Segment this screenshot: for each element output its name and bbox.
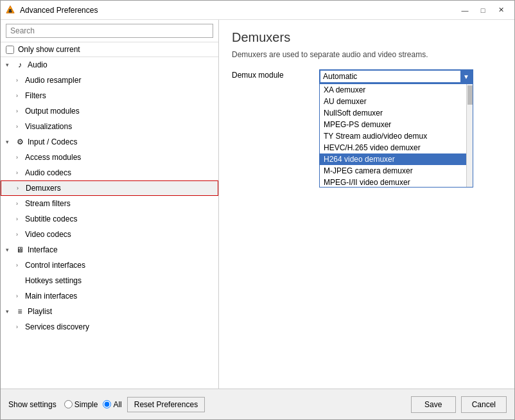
minimize-button[interactable]: — (457, 4, 473, 17)
radio-simple-text: Simple (74, 400, 98, 409)
dropdown-option-mpeg-ps[interactable]: MPEG-PS demuxer (320, 119, 466, 130)
dropdown-list-container: XA demuxer AU demuxer NullSoft demuxer M… (319, 83, 473, 188)
expand-arrow-demuxers: › (17, 185, 26, 191)
sidebar-item-video-codecs[interactable]: › Video codecs (1, 227, 218, 242)
sidebar-label-input-codecs: Input / Codecs (28, 137, 77, 146)
close-button[interactable]: ✕ (493, 4, 509, 17)
panel-title: Demuxers (232, 30, 502, 45)
sidebar-label-control-interfaces: Control interfaces (25, 261, 85, 270)
expand-arrow-audio: ▾ (6, 62, 15, 68)
dropdown-scrollbar-thumb (467, 85, 473, 105)
sidebar-label-playlist: Playlist (28, 307, 52, 316)
cancel-button[interactable]: Cancel (461, 396, 507, 413)
sidebar-label-audio-resampler: Audio resampler (25, 76, 81, 85)
sidebar-item-audio-codecs[interactable]: › Audio codecs (1, 165, 218, 180)
expand-arrow-services: › (16, 324, 25, 330)
dropdown-option-mpeg-i[interactable]: MPEG-I/II video demuxer (320, 177, 466, 187)
content-area: Only show current ▾ ♪ Audio › Audio resa… (1, 20, 514, 389)
radio-all-text: All (113, 400, 121, 409)
sidebar-item-hotkeys-settings[interactable]: › Hotkeys settings (1, 273, 218, 288)
codecs-icon: ⚙ (15, 137, 25, 147)
expand-arrow-access-modules: › (16, 154, 25, 161)
sidebar-item-audio-resampler[interactable]: › Audio resampler (1, 73, 218, 88)
tree-container: ▾ ♪ Audio › Audio resampler › Filters › … (1, 57, 218, 389)
bottom-right: Save Cancel (411, 396, 507, 413)
sidebar-label-hotkeys: Hotkeys settings (25, 276, 82, 285)
sidebar-label-services-discovery: Services discovery (25, 322, 89, 331)
expand-arrow-main-interfaces: › (16, 293, 25, 299)
dropdown-option-nullsoft[interactable]: NullSoft demuxer (320, 107, 466, 119)
expand-arrow-audio-resampler: › (16, 77, 25, 83)
expand-arrow-control-interfaces: › (16, 262, 25, 268)
maximize-button[interactable]: □ (475, 4, 491, 17)
expand-arrow-video-codecs: › (16, 231, 25, 238)
radio-simple-label: Simple (64, 400, 98, 409)
svg-rect-2 (9, 9, 12, 12)
show-settings-label: Show settings (8, 400, 57, 409)
vlc-icon (6, 5, 16, 15)
title-bar-controls: — □ ✕ (457, 4, 509, 17)
dropdown-scrollbar (466, 84, 473, 187)
expand-arrow-output-modules: › (16, 108, 25, 114)
title-bar: Advanced Preferences — □ ✕ (1, 1, 514, 20)
expand-arrow-filters: › (16, 92, 25, 99)
sidebar-label-interface: Interface (28, 245, 58, 254)
search-input[interactable] (6, 24, 213, 38)
sidebar-item-input-codecs[interactable]: ▾ ⚙ Input / Codecs (1, 134, 218, 150)
sidebar-label-stream-filters: Stream filters (25, 199, 71, 208)
sidebar-item-access-modules[interactable]: › Access modules (1, 150, 218, 165)
only-show-current-checkbox[interactable] (6, 46, 14, 54)
form-row-demux-module: Demux module Automatic ▼ XA demuxer AU d… (232, 69, 502, 83)
only-show-current-label: Only show current (18, 45, 80, 54)
audio-icon: ♪ (15, 60, 25, 70)
search-box (1, 20, 218, 42)
sidebar-label-main-interfaces: Main interfaces (25, 292, 77, 301)
interface-icon: 🖥 (15, 245, 25, 255)
reset-preferences-button[interactable]: Reset Preferences (127, 397, 205, 412)
dropdown-option-mjpeg[interactable]: M-JPEG camera demuxer (320, 165, 466, 177)
sidebar-item-services-discovery[interactable]: › Services discovery (1, 319, 218, 335)
dropdown-option-au[interactable]: AU demuxer (320, 96, 466, 107)
demux-dropdown-wrapper: Automatic ▼ XA demuxer AU demuxer NullSo… (319, 69, 473, 83)
sidebar-item-filters[interactable]: › Filters (1, 88, 218, 103)
sidebar-label-demuxers: Demuxers (26, 184, 61, 193)
sidebar-item-audio[interactable]: ▾ ♪ Audio (1, 57, 218, 73)
sidebar-label-subtitle-codecs: Subtitle codecs (25, 214, 77, 223)
sidebar-label-audio: Audio (28, 60, 48, 69)
playlist-icon: ≡ (15, 306, 25, 317)
panel-description: Demuxers are used to separate audio and … (232, 50, 502, 59)
expand-arrow-visualizations: › (16, 123, 25, 130)
dropdown-option-ty[interactable]: TY Stream audio/video demux (320, 130, 466, 142)
sidebar-item-demuxers[interactable]: › Demuxers (1, 180, 218, 196)
radio-group: Simple All (64, 400, 122, 409)
title-bar-title: Advanced Preferences (20, 6, 457, 15)
sidebar-label-access-modules: Access modules (25, 153, 81, 162)
sidebar-label-output-modules: Output modules (25, 107, 80, 116)
dropdown-option-hevc[interactable]: HEVC/H.265 video demuxer (320, 142, 466, 153)
dropdown-arrow-icon[interactable]: ▼ (460, 71, 472, 82)
save-button[interactable]: Save (411, 396, 456, 413)
sidebar-item-main-interfaces[interactable]: › Main interfaces (1, 288, 218, 304)
sidebar-item-interface[interactable]: ▾ 🖥 Interface (1, 242, 218, 258)
sidebar-item-stream-filters[interactable]: › Stream filters (1, 196, 218, 211)
radio-all[interactable] (103, 400, 111, 408)
dropdown-option-xa[interactable]: XA demuxer (320, 84, 466, 96)
bottom-bar: Show settings Simple All Reset Preferenc… (1, 389, 514, 419)
radio-all-label: All (103, 400, 121, 409)
sidebar-label-video-codecs: Video codecs (25, 230, 71, 239)
form-label-demux: Demux module (232, 69, 309, 80)
only-show-current-row: Only show current (1, 42, 218, 57)
sidebar-label-visualizations: Visualizations (25, 122, 72, 131)
main-window: Advanced Preferences — □ ✕ Only show cur… (0, 0, 515, 420)
sidebar-item-subtitle-codecs[interactable]: › Subtitle codecs (1, 211, 218, 227)
bottom-left: Show settings Simple All Reset Preferenc… (8, 397, 403, 412)
right-panel: Demuxers Demuxers are used to separate a… (219, 20, 514, 389)
sidebar-item-control-interfaces[interactable]: › Control interfaces (1, 258, 218, 273)
expand-arrow-audio-codecs: › (16, 170, 25, 176)
radio-simple[interactable] (64, 400, 73, 408)
sidebar-item-visualizations[interactable]: › Visualizations (1, 119, 218, 134)
sidebar-item-output-modules[interactable]: › Output modules (1, 103, 218, 119)
sidebar-item-playlist[interactable]: ▾ ≡ Playlist (1, 304, 218, 319)
dropdown-option-h264[interactable]: H264 video demuxer (320, 153, 466, 165)
sidebar-label-filters: Filters (25, 91, 46, 100)
